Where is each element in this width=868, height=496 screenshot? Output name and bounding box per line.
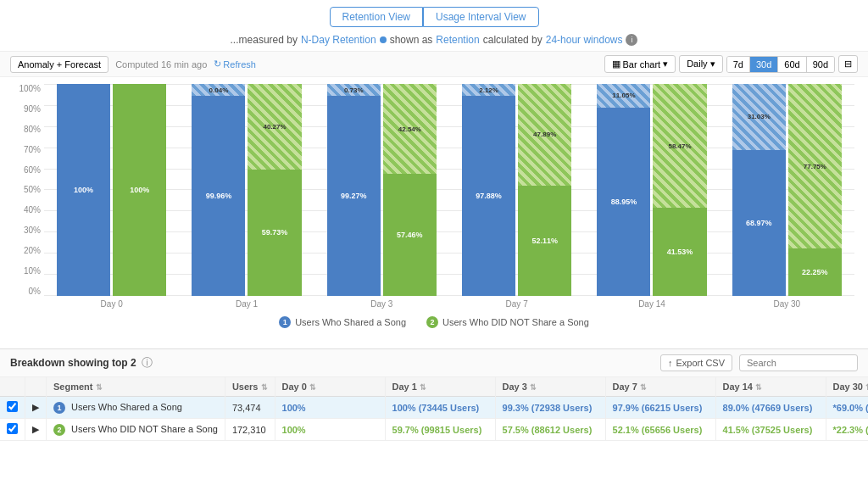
day30-green-bar: 22.25% — [788, 248, 842, 296]
all-bar-groups: 0% 100% 0% 100% — [44, 84, 854, 313]
day1-col-label: Day 1 — [392, 382, 417, 392]
th-day14[interactable]: Day 14 ⇅ — [715, 377, 826, 397]
toolbar-right: ▦ Bar chart ▾ Daily ▾ 7d 30d 60d 90d ⊟ — [604, 55, 858, 73]
y-label-10: 10% — [14, 266, 44, 276]
th-users[interactable]: Users ⇅ — [225, 377, 275, 397]
row2-day30-cell: *22.3% (19 — [826, 419, 868, 441]
measured-by-text: ...measured by — [231, 34, 298, 46]
th-day1[interactable]: Day 1 ⇅ — [385, 377, 495, 397]
th-day0[interactable]: Day 0 ⇅ — [275, 377, 385, 397]
30d-button[interactable]: 30d — [750, 57, 778, 72]
row1-arrow-cell[interactable]: ▶ — [25, 397, 47, 419]
day7-green-bar: 52.11% — [518, 186, 571, 296]
anomaly-forecast-button[interactable]: Anomaly + Forecast — [10, 56, 108, 73]
day1-green-top-label: 40.27% — [263, 123, 286, 131]
legend-label-not-shared: Users Who DID NOT Share a Song — [442, 317, 589, 327]
day7-green-top-label: 47.89% — [533, 131, 556, 138]
7d-button[interactable]: 7d — [727, 57, 750, 72]
chevron-down-icon: ▾ — [663, 59, 668, 70]
y-label-60: 60% — [14, 165, 44, 175]
row2-segment-label: Users Who DID NOT Share a Song — [71, 424, 218, 434]
day30-col-label: Day 30 — [833, 382, 863, 392]
measured-bar: ...measured by N-Day Retention shown as … — [0, 31, 868, 51]
th-day30[interactable]: Day 30 ⇅ — [826, 377, 868, 397]
day3-col-label: Day 3 — [503, 382, 527, 392]
day30-blue-pattern: 31.03% — [732, 84, 786, 150]
day14-bars: 11.05% 88.95% 58.47% 41.53% — [591, 84, 712, 296]
row2-arrow-cell[interactable]: ▶ — [25, 419, 47, 441]
daily-chevron-icon: ▾ — [710, 59, 715, 69]
chart-legend: 1 Users Who Shared a Song 2 Users Who DI… — [14, 313, 854, 333]
day7-sort-icon: ⇅ — [640, 383, 647, 392]
day0-sort-icon: ⇅ — [309, 383, 316, 392]
toolbar-left: Anomaly + Forecast Computed 16 min ago ↻… — [10, 56, 256, 73]
row1-checkbox-cell[interactable] — [0, 397, 25, 419]
view-toggle: Retention View Usage Interval View — [0, 0, 868, 31]
retention-link[interactable]: Retention — [436, 34, 479, 46]
day7-col-label: Day 7 — [613, 382, 637, 392]
search-input[interactable] — [739, 354, 858, 371]
header-info-icon[interactable]: i — [626, 34, 637, 46]
day30-green-top-label: 77.75% — [804, 163, 826, 170]
day1-label: Day 1 — [236, 299, 258, 309]
y-label-90: 90% — [14, 104, 44, 114]
export-icon: ↑ — [668, 358, 673, 368]
row1-checkbox[interactable] — [7, 401, 18, 412]
day1-bars: 0.04% 99.96% 40.27% 59.73% — [186, 84, 307, 296]
export-icon-button[interactable]: ⊟ — [838, 55, 858, 73]
refresh-button[interactable]: ↻ Refresh — [214, 59, 256, 70]
y-axis: 100% 90% 80% 70% 60% 50% 40% 30% 20% 10%… — [14, 84, 44, 313]
day0-col-label: Day 0 — [282, 382, 307, 392]
usage-interval-view-button[interactable]: Usage Interval View — [423, 7, 539, 27]
breakdown-table: Segment ⇅ Users ⇅ Day 0 ⇅ Day 1 ⇅ — [0, 377, 868, 441]
day1-sort-icon: ⇅ — [420, 383, 426, 392]
n-day-retention-link[interactable]: N-Day Retention — [301, 34, 376, 46]
day3-green-top-label: 42.54% — [398, 125, 421, 133]
day3-blue-pattern: 0.73% — [327, 84, 381, 96]
retention-view-button[interactable]: Retention View — [330, 7, 424, 27]
row1-day7-cell: 97.9% (66215 Users) — [605, 397, 715, 419]
day30-green-pct: 22.25% — [802, 268, 828, 276]
60d-button[interactable]: 60d — [778, 57, 806, 72]
refresh-label: Refresh — [223, 59, 256, 70]
windows-link[interactable]: 24-hour windows — [546, 34, 623, 46]
th-arrow — [25, 377, 47, 397]
table-row: ▶ 1 Users Who Shared a Song 73,474 100% … — [0, 397, 868, 419]
row2-segment-cell: 2 Users Who DID NOT Share a Song — [47, 419, 225, 441]
bar-chart-button[interactable]: ▦ Bar chart ▾ — [604, 55, 676, 73]
day30-green-pattern: 77.75% — [788, 84, 842, 248]
refresh-icon: ↻ — [214, 59, 221, 70]
day14-blue-top-label: 11.05% — [612, 92, 635, 99]
users-col-label: Users — [232, 382, 259, 392]
day3-bars: 0.73% 99.27% 42.54% 57.46% — [321, 84, 442, 296]
bar-group-day30: 31.03% 68.97% 77.75% 22.25% — [720, 84, 854, 313]
y-label-50: 50% — [14, 185, 44, 194]
day30-blue-pct: 68.97% — [746, 219, 772, 227]
day3-green-wrap: 42.54% 57.46% — [383, 84, 437, 296]
breakdown-info-button[interactable]: ⓘ — [142, 355, 153, 371]
th-day7[interactable]: Day 7 ⇅ — [605, 377, 715, 397]
th-day3[interactable]: Day 3 ⇅ — [495, 377, 605, 397]
90d-button[interactable]: 90d — [807, 57, 834, 72]
row2-checkbox-cell[interactable] — [0, 419, 25, 441]
row2-day3-cell: 57.5% (88612 Users) — [495, 419, 605, 441]
daily-button[interactable]: Daily ▾ — [679, 55, 723, 73]
export-csv-button[interactable]: ↑ Export CSV — [660, 354, 732, 371]
day1-green-bar: 59.73% — [248, 170, 301, 296]
breakdown-section: Breakdown showing top 2 ⓘ ↑ Export CSV S… — [0, 348, 868, 441]
day7-label: Day 7 — [506, 299, 528, 309]
th-segment[interactable]: Segment ⇅ — [47, 377, 225, 397]
day0-green-pct: 100% — [130, 186, 149, 194]
blue-dot — [380, 36, 387, 43]
day1-blue-pct: 99.96% — [206, 192, 232, 200]
row2-users-cell: 172,310 — [225, 419, 275, 441]
day30-green-wrap: 77.75% 22.25% — [788, 84, 842, 296]
day3-blue-wrap: 0.73% 99.27% — [327, 84, 381, 296]
y-label-30: 30% — [14, 226, 44, 235]
row2-checkbox[interactable] — [7, 423, 18, 434]
day7-green-pct: 52.11% — [531, 237, 558, 245]
y-label-20: 20% — [14, 246, 44, 255]
day14-blue-bar: 88.95% — [597, 108, 650, 296]
day3-green-bar: 57.46% — [383, 174, 437, 296]
chart-inner: 100% 90% 80% 70% 60% 50% 40% 30% 20% 10%… — [14, 84, 854, 313]
